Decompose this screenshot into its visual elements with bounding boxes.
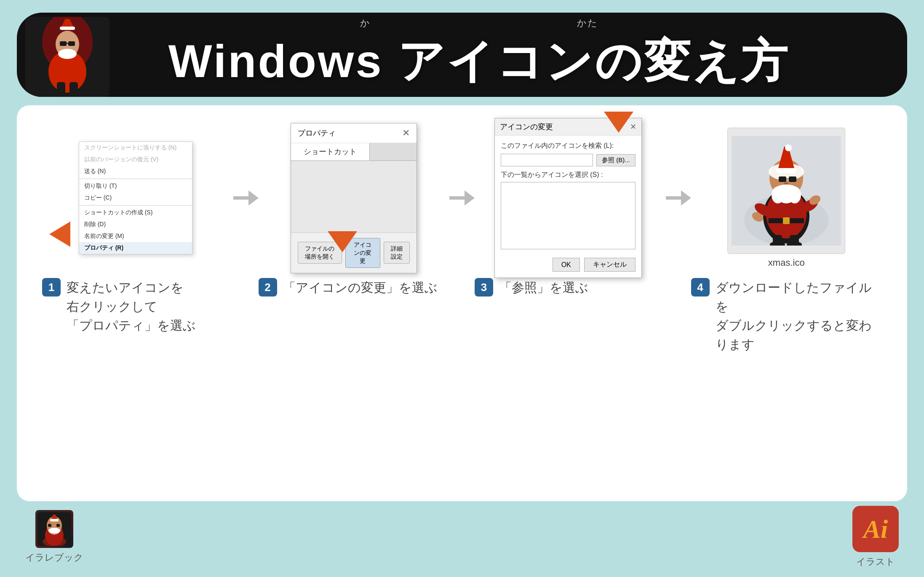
svg-point-47	[48, 528, 60, 534]
arrow-2-3	[449, 126, 475, 211]
svg-rect-25	[776, 168, 796, 173]
svg-rect-46	[50, 519, 59, 521]
step-4-text: ダウンロードしたファイルを ダブルクリックすると変わります	[716, 278, 882, 354]
step-3-label-row: 3 「参照」を選ぶ	[475, 278, 666, 297]
icon-dialog-body: このファイル内のアイコンを検索 (L): 参照 (B)... 下の一覧からアイコ…	[495, 136, 641, 278]
step-4-number: 4	[691, 278, 710, 297]
menu-item-send: 送る (N)	[79, 166, 192, 177]
step-4-desc: 4 ダウンロードしたファイルを ダブルクリックすると変わります	[691, 278, 882, 354]
step-3-number: 3	[475, 278, 493, 297]
steps-row: スクリーンショートに張りする (N) 以前のバージョンの復元 (V) 送る (N…	[42, 126, 882, 480]
main-content: スクリーンショートに張りする (N) 以前のバージョンの復元 (V) 送る (N…	[17, 105, 907, 501]
dialog-tabs: ショートカット	[291, 143, 417, 161]
header-ruby: か かた	[360, 17, 598, 29]
btn-advanced[interactable]: 詳細設定	[384, 242, 410, 264]
arrow-right-icon-2	[449, 185, 475, 211]
arrow-1-2	[233, 126, 259, 211]
menu-item-properties[interactable]: プロパティ (R)	[79, 242, 192, 254]
dialog-title-bar: プロパティ ✕	[291, 123, 417, 143]
ruby2: かた	[577, 17, 598, 29]
orange-arrow-step1	[49, 222, 70, 247]
icon-search-row: 参照 (B)...	[501, 154, 636, 166]
svg-rect-27	[779, 176, 786, 182]
step-3-visual: アイコンの変更 ✕ このファイル内のアイコンを検索 (L): 参照 (B)...	[475, 126, 666, 270]
svg-rect-28	[789, 176, 796, 182]
icon-list-area	[501, 182, 636, 249]
icon-dialog-footer: OK キャンセル	[501, 254, 636, 273]
orange-arrow-step3	[604, 112, 633, 133]
step-2-label-row: 2 「アイコンの変更」を選ぶ	[259, 278, 450, 297]
svg-point-34	[778, 191, 795, 203]
step-2-text: 「アイコンの変更」を選ぶ	[283, 278, 438, 297]
step-2-number: 2	[259, 278, 277, 297]
step-1-label-row: 1 変えたいアイコンを 右クリックして 「プロパティ」を選ぶ	[42, 278, 233, 335]
icon-dialog-title: アイコンの変更	[500, 122, 553, 132]
step4-image-wrap: xmas.ico	[727, 128, 845, 268]
step-1-desc: 1 変えたいアイコンを 右クリックして 「プロパティ」を選ぶ	[42, 278, 233, 335]
arrow-right-icon-3	[666, 185, 691, 211]
page-wrapper: か かた Windows アイコンの変え方 スクリーンショートに張りする (N)	[0, 0, 924, 577]
bottom-bar: イラレブック Ai イラスト	[17, 510, 907, 564]
menu-item-screenshot: スクリーンショートに張りする (N)	[79, 142, 192, 154]
step-4-label-row: 4 ダウンロードしたファイルを ダブルクリックすると変わります	[691, 278, 882, 354]
menu-item-copy: コピー (C)	[79, 192, 192, 204]
context-menu: スクリーンショートに張りする (N) 以前のバージョンの復元 (V) 送る (N…	[79, 142, 192, 254]
ai-text: Ai	[863, 516, 888, 542]
header-banner: か かた Windows アイコンの変え方	[17, 13, 907, 97]
svg-point-26	[785, 144, 792, 151]
icon-change-dialog: アイコンの変更 ✕ このファイル内のアイコンを検索 (L): 参照 (B)...	[494, 118, 642, 278]
search-label: このファイル内のアイコンを検索 (L):	[501, 142, 636, 150]
bottom-right-label: イラスト	[856, 556, 895, 568]
step-1-visual: スクリーンショートに張りする (N) 以前のバージョンの復元 (V) 送る (N…	[42, 126, 233, 270]
page-title: Windows アイコンの変え方	[168, 30, 789, 93]
bottom-right: Ai イラスト	[852, 506, 899, 568]
step-1-block: スクリーンショートに張りする (N) 以前のバージョンの復元 (V) 送る (N…	[42, 126, 233, 335]
step-4-block: xmas.ico 4 ダウンロードしたファイルを ダブルクリックすると変わります	[691, 126, 882, 354]
dialog-tab-shortcut[interactable]: ショートカット	[291, 143, 370, 160]
result-image-area	[727, 128, 845, 254]
icon-search-input[interactable]	[501, 154, 593, 166]
step-2-visual: プロパティ ✕ ショートカット	[259, 126, 450, 270]
step-1-number: 1	[42, 278, 61, 297]
menu-item-delete: 削除 (D)	[79, 219, 192, 230]
context-menu-wrap: スクリーンショートに張りする (N) 以前のバージョンの復元 (V) 送る (N…	[79, 142, 197, 254]
step-3-block: アイコンの変更 ✕ このファイル内のアイコンを検索 (L): 参照 (B)...	[475, 126, 666, 297]
arrow-3-4	[666, 126, 691, 211]
icon-cancel-button[interactable]: キャンセル	[584, 258, 636, 272]
step-4-visual: xmas.ico	[691, 126, 882, 270]
result-character-svg	[732, 136, 841, 246]
svg-rect-17	[783, 217, 790, 224]
svg-rect-44	[56, 524, 60, 527]
bottom-left: イラレブック	[25, 510, 83, 564]
header-title-area: か かた Windows アイコンの変え方	[51, 17, 907, 93]
properties-dialog-wrap: プロパティ ✕ ショートカット	[291, 123, 417, 273]
svg-rect-43	[48, 524, 51, 527]
step-2-block: プロパティ ✕ ショートカット	[259, 126, 450, 297]
ai-icon-box: Ai	[852, 506, 899, 552]
step-3-desc: 3 「参照」を選ぶ	[475, 278, 666, 297]
bottom-character-small	[35, 510, 73, 548]
dialog-tab-shortcut-label: ショートカット	[304, 147, 357, 156]
dialog-body	[291, 161, 417, 232]
orange-arrow-step2	[328, 231, 357, 252]
dialog-title: プロパティ	[298, 128, 336, 138]
list-label: 下の一覧からアイコンを選択 (S) :	[501, 171, 636, 179]
menu-item-cut: 切り取り (T)	[79, 180, 192, 192]
arrow-right-icon-1	[233, 185, 259, 211]
icon-ok-button[interactable]: OK	[553, 258, 580, 272]
bottom-character-icon	[37, 512, 71, 546]
icon-dialog-wrap: アイコンの変更 ✕ このファイル内のアイコンを検索 (L): 参照 (B)...	[494, 118, 646, 278]
dialog-close-icon[interactable]: ✕	[402, 128, 410, 139]
icon-browse-button[interactable]: 参照 (B)...	[596, 154, 636, 166]
ruby1: か	[360, 17, 371, 29]
step-3-text: 「参照」を選ぶ	[499, 278, 588, 297]
bottom-left-label: イラレブック	[25, 551, 83, 564]
step-1-text: 変えたいアイコンを 右クリックして 「プロパティ」を選ぶ	[67, 278, 196, 335]
menu-item-restore: 以前のバージョンの復元 (V)	[79, 154, 192, 166]
menu-item-rename: 名前の変更 (M)	[79, 230, 192, 242]
step-2-desc: 2 「アイコンの変更」を選ぶ	[259, 278, 450, 297]
menu-item-shortcut: ショートカットの作成 (S)	[79, 207, 192, 219]
result-filename: xmas.ico	[768, 257, 805, 268]
